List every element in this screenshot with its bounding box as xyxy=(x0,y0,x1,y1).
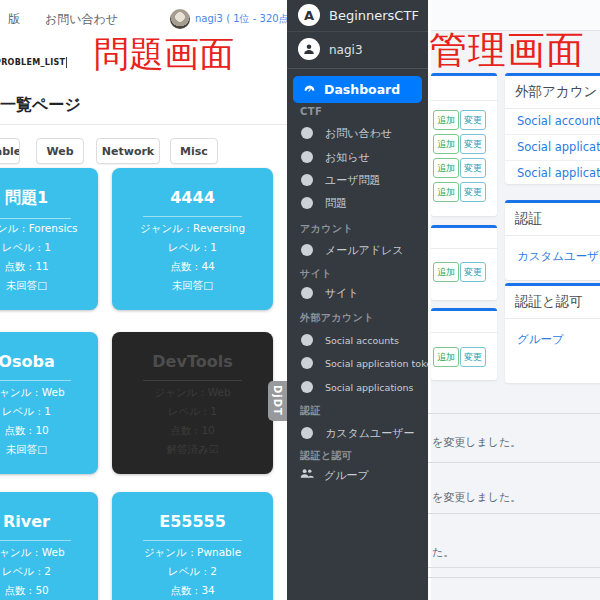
circle-icon xyxy=(301,334,313,346)
page-id: PROBLEM_LIST xyxy=(0,57,67,68)
app-card-clipped: 追加 変更 xyxy=(431,225,497,300)
model-actions: 追加 変更 xyxy=(433,110,486,130)
problem-title: DevTools xyxy=(112,352,273,371)
model-link-groups[interactable]: グループ xyxy=(505,327,600,352)
card-header-divider xyxy=(431,100,497,101)
problem-genre: ジャンル : Pwnable xyxy=(112,546,273,560)
problem-card[interactable]: 問題1 ジャンル : Forensics レベル : 1 点数 : 11 未回答… xyxy=(0,168,98,310)
model-link-social-application-tokens[interactable]: Social application tokens xyxy=(505,135,600,161)
circle-icon xyxy=(301,174,313,186)
sidebar-item-social-application-tokens[interactable]: Social application tokens xyxy=(287,351,428,375)
problem-card[interactable]: Osoba ジャンル : Web レベル : 1 点数 : 10 未回答□ xyxy=(0,332,98,474)
add-button[interactable]: 追加 xyxy=(433,158,459,178)
sidebar-user-link[interactable]: nagi3 xyxy=(287,36,428,62)
circle-icon xyxy=(301,197,313,209)
admin-screen: 追加 変更 追加 変更 追加 変更 追加 変更 追加 変更 xyxy=(428,0,600,600)
sidebar-item-dashboard[interactable]: Dashboard xyxy=(293,76,422,103)
app-card-title: 外部アカウント xyxy=(505,76,600,101)
sidebar-item-contact[interactable]: お問い合わせ xyxy=(287,121,428,145)
screenshot-root: 版 お問い合わせ nagi3 ( 1位 - 320点 ) ▾ PROBLEM_L… xyxy=(0,0,600,600)
admin-sidebar: A BeginnersCTF nagi3 Dashboard CTF お問い合わ… xyxy=(287,0,428,600)
sidebar-item-social-accounts[interactable]: Social accounts xyxy=(287,328,428,352)
log-entry: た。 xyxy=(432,545,454,560)
person-icon xyxy=(298,38,320,60)
problem-points: 点数 : 10 xyxy=(112,424,273,438)
model-link-custom-user[interactable]: カスタムユーザー xyxy=(505,244,600,269)
card-divider xyxy=(0,540,71,541)
brand-name: BeginnersCTF xyxy=(329,8,419,23)
nav-item-ban[interactable]: 版 xyxy=(8,11,20,28)
filter-chip-pwnable[interactable]: Pwnable xyxy=(0,138,20,164)
problem-card-solved[interactable]: DevTools ジャンル : Web レベル : 1 点数 : 10 解答済み… xyxy=(112,332,273,474)
problem-status: 未回答□ xyxy=(112,279,273,293)
change-button[interactable]: 変更 xyxy=(460,158,486,178)
heading-divider xyxy=(0,124,287,125)
filter-chip-network[interactable]: Network xyxy=(96,138,160,164)
card-divider xyxy=(0,218,71,219)
tiger-avatar xyxy=(170,9,190,29)
problem-points: 点数 : 11 xyxy=(0,260,98,274)
sidebar-divider xyxy=(287,68,428,69)
problem-status: 解答済み☑ xyxy=(112,443,273,457)
sidebar-item-news[interactable]: お知らせ xyxy=(287,145,428,169)
circle-icon xyxy=(301,127,313,139)
app-card-clipped: 追加 変更 xyxy=(431,308,497,380)
log-divider xyxy=(428,462,600,463)
sidebar-item-user-problems[interactable]: ユーザ問題 xyxy=(287,168,428,192)
add-button[interactable]: 追加 xyxy=(433,347,459,367)
filter-chip-web[interactable]: Web xyxy=(36,138,84,164)
change-button[interactable]: 変更 xyxy=(460,262,486,282)
problem-points: 点数 : 10 xyxy=(0,424,98,438)
nav-item-contact[interactable]: お問い合わせ xyxy=(45,11,118,28)
sidebar-item-email[interactable]: メールアドレス xyxy=(287,238,428,262)
problem-level: レベル : 2 xyxy=(0,565,98,579)
change-button[interactable]: 変更 xyxy=(460,110,486,130)
problem-status: 未回答□ xyxy=(0,279,98,293)
annotation-problem-screen: 問題画面 xyxy=(94,37,234,72)
app-card-auth: 認証 カスタムユーザー xyxy=(505,200,600,280)
add-button[interactable]: 追加 xyxy=(433,262,459,282)
brand-logo-icon: A xyxy=(298,4,320,26)
model-link-social-accounts[interactable]: Social accounts xyxy=(505,109,600,135)
add-button[interactable]: 追加 xyxy=(433,134,459,154)
circle-icon xyxy=(301,287,313,299)
problem-genre: ジャンル : Web xyxy=(0,546,98,560)
users-icon xyxy=(299,468,315,482)
app-card-clipped: 追加 変更 追加 変更 追加 変更 追加 変更 xyxy=(431,73,497,216)
card-header-divider xyxy=(505,235,600,236)
user-score-label: nagi3 ( 1位 - 320点 ) xyxy=(195,12,287,26)
app-card-auth-perm: 認証と認可 グループ xyxy=(505,283,600,383)
model-actions: 追加 変更 xyxy=(433,347,486,367)
problem-card[interactable]: River ジャンル : Web レベル : 2 点数 : 50 xyxy=(0,492,98,600)
card-divider xyxy=(143,216,243,217)
change-button[interactable]: 変更 xyxy=(460,134,486,154)
filter-chip-misc[interactable]: Misc xyxy=(170,138,218,164)
sidebar-item-site[interactable]: サイト xyxy=(287,281,428,305)
sidebar-user-name: nagi3 xyxy=(329,43,363,57)
section-label-auth-perm: 認証と認可 xyxy=(300,449,352,463)
circle-icon xyxy=(301,381,313,393)
user-menu[interactable]: nagi3 ( 1位 - 320点 ) ▾ xyxy=(170,8,287,30)
problem-title: 4444 xyxy=(112,188,273,207)
problem-card[interactable]: 4444 ジャンル : Reversing レベル : 1 点数 : 44 未回… xyxy=(112,168,273,310)
problem-genre: ジャンル : Web xyxy=(112,386,273,400)
sidebar-item-groups[interactable]: グループ xyxy=(287,463,428,487)
django-debug-toolbar-handle[interactable]: DjDT xyxy=(268,381,287,421)
sidebar-item-problems[interactable]: 問題 xyxy=(287,191,428,215)
sidebar-item-social-applications[interactable]: Social applications xyxy=(287,375,428,399)
annotation-admin-screen: 管理画面 xyxy=(429,31,585,69)
sidebar-item-custom-user[interactable]: カスタムユーザー xyxy=(287,421,428,445)
add-button[interactable]: 追加 xyxy=(433,182,459,202)
problem-level: レベル : 1 xyxy=(0,241,98,255)
problem-card[interactable]: E55555 ジャンル : Pwnable レベル : 2 点数 : 34 xyxy=(112,492,273,600)
problem-level: レベル : 1 xyxy=(112,241,273,255)
section-label-account: アカウント xyxy=(300,222,353,236)
app-card-title: 認証と認可 xyxy=(505,286,600,311)
log-divider xyxy=(428,413,600,414)
model-link-social-applications[interactable]: Social applications xyxy=(505,161,600,184)
change-button[interactable]: 変更 xyxy=(460,347,486,367)
add-button[interactable]: 追加 xyxy=(433,110,459,130)
brand-link[interactable]: A BeginnersCTF xyxy=(287,0,428,32)
circle-icon xyxy=(301,151,313,163)
change-button[interactable]: 変更 xyxy=(460,182,486,202)
